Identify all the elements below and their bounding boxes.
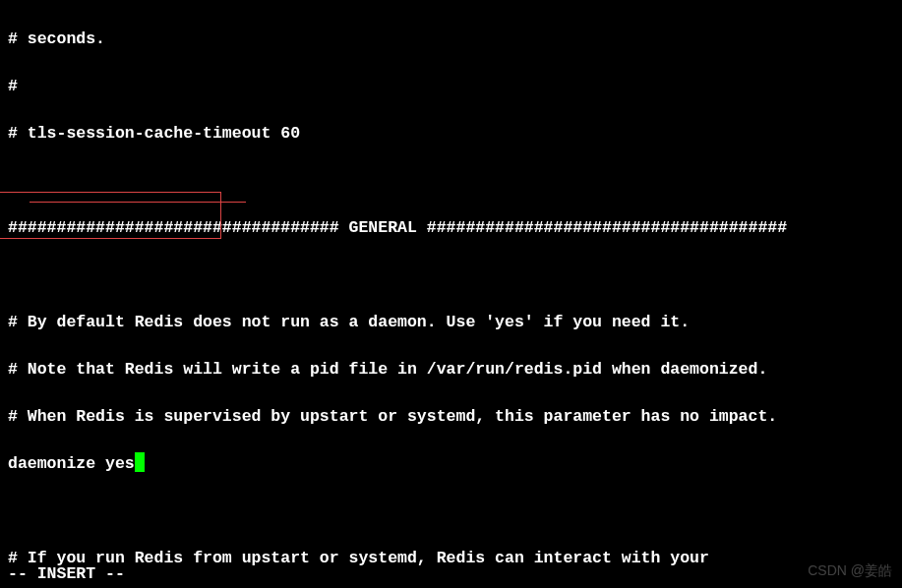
cursor-icon	[135, 452, 145, 472]
config-line: # Note that Redis will write a pid file …	[8, 358, 894, 382]
config-line: # seconds.	[8, 28, 894, 51]
config-line: # tls-session-cache-timeout 60	[8, 122, 894, 146]
config-line: # When Redis is supervised by upstart or…	[8, 405, 894, 429]
config-line	[8, 500, 894, 523]
config-line: #	[8, 75, 894, 98]
daemonize-setting: daemonize yes	[8, 454, 135, 473]
watermark-text: CSDN @姜皓	[808, 559, 892, 582]
config-line	[8, 169, 894, 193]
config-section-header: ################################## GENER…	[8, 216, 894, 240]
vim-mode-indicator: -- INSERT --	[8, 562, 125, 586]
config-line: # By default Redis does not run as a dae…	[8, 311, 894, 334]
config-line	[8, 264, 894, 287]
config-active-line[interactable]: daemonize yes	[8, 452, 894, 476]
terminal-viewport[interactable]: # seconds. # # tls-session-cache-timeout…	[0, 0, 902, 588]
config-line: # If you run Redis from upstart or syste…	[8, 547, 894, 570]
